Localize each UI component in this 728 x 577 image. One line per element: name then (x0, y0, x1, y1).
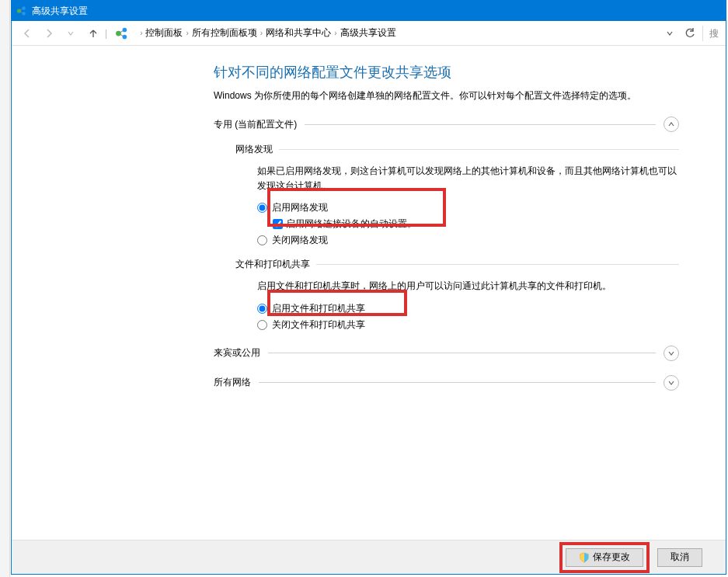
cancel-button[interactable]: 取消 (657, 548, 702, 567)
svg-line-8 (120, 30, 123, 32)
breadcrumb-item[interactable]: 所有控制面板项 (192, 26, 257, 40)
svg-point-6 (123, 27, 127, 32)
radio-file-printer-off[interactable]: 关闭文件和打印机共享 (257, 318, 679, 332)
radio-input[interactable] (257, 235, 267, 245)
divider (268, 353, 656, 353)
breadcrumb[interactable]: › 控制面板 › 所有控制面板项 › 网络和共享中心 › 高级共享设置 (135, 25, 659, 42)
up-button[interactable] (86, 26, 100, 40)
refresh-button[interactable] (682, 26, 698, 41)
save-button[interactable]: 保存更改 (566, 548, 643, 567)
breadcrumb-item[interactable]: 高级共享设置 (340, 26, 396, 40)
network-icon (16, 5, 27, 16)
cancel-button-label: 取消 (671, 551, 689, 564)
page-subtext: Windows 为你所使用的每个网络创建单独的网络配置文件。你可以针对每个配置文… (214, 89, 679, 103)
nav-separator: | (105, 28, 107, 39)
shield-icon (579, 552, 590, 563)
svg-point-7 (123, 34, 127, 39)
radio-network-discovery-on[interactable]: 启用网络发现 (257, 201, 679, 214)
footer: 保存更改 取消 (12, 540, 726, 574)
subsection-network-discovery: 网络发现 如果已启用网络发现，则这台计算机可以发现网络上的其他计算机和设备，而且… (235, 143, 679, 247)
checkbox-label: 启用网络连接设备的自动设置。 (286, 217, 416, 231)
divider (279, 149, 679, 150)
window-title: 高级共享设置 (32, 5, 88, 18)
location-icon (115, 26, 129, 40)
section-all-networks: 所有网络 (214, 375, 679, 391)
recent-dropdown[interactable] (61, 24, 80, 43)
subsection-title: 网络发现 (235, 143, 273, 156)
page-heading: 针对不同的网络配置文件更改共享选项 (214, 63, 679, 82)
svg-point-1 (22, 6, 25, 9)
expand-button[interactable] (664, 375, 679, 391)
breadcrumb-item[interactable]: 网络和共享中心 (266, 26, 331, 40)
svg-point-5 (116, 30, 121, 36)
radio-label: 启用网络发现 (272, 201, 328, 214)
radio-network-discovery-off[interactable]: 关闭网络发现 (257, 234, 679, 247)
divider (316, 264, 679, 265)
chevron-right-icon: › (140, 29, 142, 37)
checkbox-input[interactable] (273, 219, 283, 229)
navbar-right: 搜 (662, 26, 719, 41)
svg-line-9 (120, 34, 123, 36)
subsection-file-printer: 文件和打印机共享 启用文件和打印机共享时，网络上的用户可以访问通过此计算机共享的… (235, 258, 679, 331)
search-box[interactable]: 搜 (702, 26, 719, 41)
svg-line-4 (20, 12, 23, 13)
section-title: 专用 (当前配置文件) (214, 118, 297, 131)
chevron-right-icon: › (260, 29, 263, 37)
chevron-right-icon: › (334, 29, 336, 37)
annotation-highlight: 保存更改 (559, 542, 650, 573)
radio-input[interactable] (257, 304, 267, 314)
section-title: 来宾或公用 (214, 346, 260, 360)
divider (305, 124, 656, 125)
svg-point-0 (17, 9, 21, 12)
forward-button[interactable] (40, 24, 58, 43)
subsection-desc: 如果已启用网络发现，则这台计算机可以发现网络上的其他计算机和设备，而且其他网络计… (257, 164, 679, 193)
window: 高级共享设置 | › 控制面板 › 所有控制面板项 › 网络和共享中心 › 高级… (11, 0, 726, 575)
radio-label: 关闭网络发现 (272, 234, 328, 247)
subsection-desc: 启用文件和打印机共享时，网络上的用户可以访问通过此计算机共享的文件和打印机。 (257, 279, 679, 294)
radio-file-printer-on[interactable]: 启用文件和打印机共享 (257, 302, 679, 315)
network-discovery-options: 启用网络发现 启用网络连接设备的自动设置。 关闭网络发现 (257, 201, 679, 247)
svg-point-2 (22, 12, 25, 15)
radio-label: 启用文件和打印机共享 (272, 302, 365, 315)
titlebar: 高级共享设置 (12, 1, 726, 21)
radio-input[interactable] (257, 320, 267, 330)
expand-button[interactable] (664, 346, 679, 361)
save-button-label: 保存更改 (593, 551, 630, 564)
divider (259, 382, 656, 383)
checkbox-auto-setup[interactable]: 启用网络连接设备的自动设置。 (273, 217, 679, 231)
left-app-strip: . (0, 0, 10, 577)
radio-label: 关闭文件和打印机共享 (272, 318, 365, 332)
chevron-right-icon: › (186, 29, 188, 37)
breadcrumb-item[interactable]: 控制面板 (145, 26, 183, 40)
section-private: 专用 (当前配置文件) 网络发现 如果已启用网络发现，则这台计算机可以发现网络上… (214, 116, 679, 332)
navbar: | › 控制面板 › 所有控制面板项 › 网络和共享中心 › 高级共享设置 搜 (12, 21, 726, 46)
subsection-title: 文件和打印机共享 (235, 258, 310, 271)
content-area: 针对不同的网络配置文件更改共享选项 Windows 为你所使用的每个网络创建单独… (12, 46, 726, 540)
file-printer-options: 启用文件和打印机共享 关闭文件和打印机共享 (257, 302, 679, 332)
collapse-button[interactable] (664, 116, 679, 132)
radio-input[interactable] (257, 203, 267, 213)
section-guest: 来宾或公用 (214, 346, 679, 361)
back-button[interactable] (18, 24, 37, 43)
breadcrumb-dropdown[interactable] (662, 26, 677, 41)
svg-line-3 (20, 9, 23, 10)
section-title: 所有网络 (214, 376, 251, 389)
